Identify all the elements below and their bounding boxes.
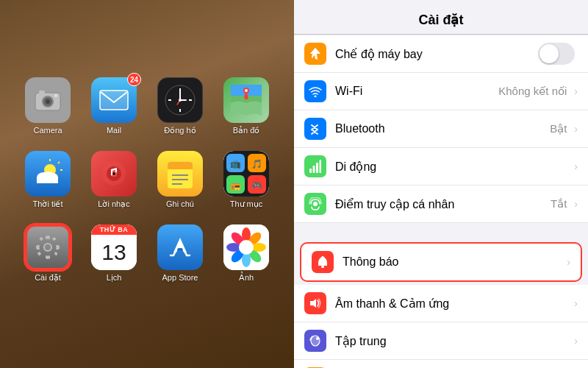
camera-label: Camera [33, 126, 62, 135]
hotspot-label: Điểm truy cập cá nhân [335, 197, 551, 211]
app-mail[interactable]: 24 Mail [87, 77, 140, 144]
appstore-icon [157, 224, 203, 270]
wifi-value: Không kết nối [498, 85, 567, 98]
notification-label: Thông báo [343, 255, 564, 269]
svg-point-4 [46, 99, 50, 104]
settings-item-cellular[interactable]: Di động › [294, 148, 588, 185]
calendar-label: Lịch [107, 273, 122, 283]
app-weather[interactable]: Thời tiết [21, 151, 74, 217]
calendar-icon: THỨ BA 13 [91, 224, 137, 270]
svg-point-51 [45, 244, 51, 250]
notification-icon [312, 251, 334, 273]
files-label: Thư mục [230, 199, 263, 209]
app-camera[interactable]: Camera [21, 77, 74, 144]
svg-rect-64 [309, 169, 312, 173]
focus-icon [304, 330, 326, 352]
maps-icon [223, 77, 269, 123]
bluetooth-chevron: › [574, 123, 578, 135]
mail-label: Mail [107, 126, 121, 135]
svg-rect-66 [316, 163, 318, 173]
photos-label: Ảnh [239, 273, 254, 283]
notes-icon [157, 151, 203, 197]
settings-item-hotspot[interactable]: Điểm truy cập cá nhân Tắt › [294, 185, 588, 223]
svg-point-62 [239, 240, 254, 255]
weather-label: Thời tiết [33, 199, 63, 209]
svg-point-71 [316, 337, 319, 340]
clock-icon-bg [157, 77, 203, 123]
settings-header: Cài đặt [294, 0, 588, 35]
svg-point-63 [315, 96, 317, 98]
settings-item-airplane[interactable]: Chế độ máy bay [294, 35, 588, 73]
photos-icon [223, 224, 269, 270]
svg-text:🎮: 🎮 [251, 180, 262, 191]
camera-icon [25, 77, 71, 123]
sound-icon [304, 292, 326, 314]
settings-item-wifi[interactable]: Wi-Fi Không kết nối › [294, 73, 588, 110]
svg-text:📻: 📻 [230, 180, 241, 191]
svg-rect-7 [100, 91, 128, 110]
airplane-toggle-knob [539, 44, 559, 63]
bluetooth-value: Bật [550, 122, 567, 135]
focus-chevron: › [574, 335, 578, 347]
clock-label: Đồng hồ [164, 126, 196, 135]
files-icon: 📺 🎵 📻 🎮 [223, 151, 269, 197]
calendar-weekday: THỨ BA [91, 224, 137, 235]
svg-point-18 [179, 99, 182, 102]
svg-point-68 [313, 202, 318, 206]
settings-item-focus[interactable]: Tập trung › [294, 322, 588, 360]
wifi-icon [304, 80, 326, 102]
svg-rect-67 [320, 160, 322, 173]
settings-item-notification[interactable]: Thông báo › [300, 242, 582, 282]
hotspot-icon [304, 193, 326, 215]
bluetooth-icon [304, 118, 326, 140]
airplane-toggle[interactable] [538, 43, 575, 65]
sound-label: Âm thanh & Cảm ứng [335, 297, 571, 311]
svg-point-34 [112, 172, 115, 175]
app-photos[interactable]: Ảnh [220, 224, 273, 291]
settings-item-sound[interactable]: Âm thanh & Cảm ứng › [294, 285, 588, 322]
svg-point-22 [245, 89, 248, 92]
settings-list: Chế độ máy bay Wi-Fi Không kết nối [294, 35, 588, 368]
app-clock[interactable]: Đồng hồ [154, 77, 207, 144]
settings-panel: Cài đặt Chế độ máy bay [294, 0, 588, 368]
airplane-label: Chế độ máy bay [335, 47, 538, 61]
svg-text:🎵: 🎵 [251, 158, 262, 169]
hotspot-chevron: › [574, 198, 578, 210]
home-screen: Camera 24 Mail [0, 0, 294, 368]
calendar-date: 13 [91, 235, 137, 270]
maps-label: Bản đồ [233, 126, 260, 135]
app-grid: Camera 24 Mail [21, 77, 273, 291]
settings-group-1: Chế độ máy bay Wi-Fi Không kết nối [294, 35, 588, 223]
settings-item-bluetooth[interactable]: Bluetooth Bật › [294, 110, 588, 148]
appstore-label: App Store [162, 273, 198, 283]
notification-chevron: › [567, 256, 570, 268]
svg-rect-37 [168, 166, 193, 169]
app-settings[interactable]: Cài đặt [21, 224, 74, 291]
app-maps[interactable]: Bản đồ [220, 77, 273, 144]
cellular-label: Di động [335, 160, 571, 174]
settings-label: Cài đặt [35, 273, 61, 283]
svg-line-25 [58, 162, 60, 163]
hotspot-value: Tắt [551, 197, 567, 210]
cellular-chevron: › [574, 160, 578, 172]
svg-rect-69 [321, 266, 324, 268]
svg-point-6 [54, 94, 57, 97]
mail-icon: 24 [91, 77, 137, 123]
app-appstore[interactable]: App Store [154, 224, 207, 291]
app-calendar[interactable]: THỨ BA 13 Lịch [87, 224, 140, 291]
settings-title: Cài đặt [418, 13, 463, 27]
svg-rect-5 [39, 91, 45, 94]
weather-icon [25, 151, 71, 197]
cellular-icon [304, 155, 326, 177]
svg-text:📺: 📺 [230, 158, 241, 169]
music-label: Lời nhạc [98, 199, 129, 209]
svg-rect-30 [37, 177, 58, 183]
app-notes[interactable]: Ghi chú [154, 151, 207, 217]
sound-chevron: › [574, 297, 578, 309]
wifi-chevron: › [574, 85, 578, 97]
settings-item-screentime[interactable]: Thời gian sử dụng › [294, 360, 588, 368]
svg-rect-65 [313, 166, 315, 173]
airplane-icon [304, 43, 326, 65]
app-music[interactable]: Lời nhạc [87, 151, 140, 217]
app-files[interactable]: 📺 🎵 📻 🎮 Thư mục [220, 151, 273, 217]
